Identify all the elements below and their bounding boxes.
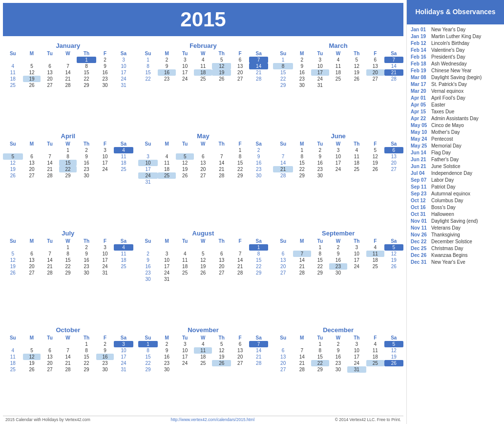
holiday-item: Apr 22Admin Assistants Day (411, 115, 500, 122)
calendar-day: 25 (176, 270, 194, 276)
calendar-day: 18 (158, 166, 176, 172)
calendar-day: 19 (23, 76, 41, 82)
calendar-day: 10 (176, 63, 194, 69)
calendar-day: 26 (23, 366, 41, 373)
calendar-day: 7 (249, 57, 268, 63)
holiday-item: Sep 07Labor Day (411, 177, 500, 184)
calendar-day: 30 (329, 270, 347, 276)
calendar-day: 22 (231, 166, 249, 172)
holiday-item: Apr 15Taxes Due (411, 108, 500, 115)
calendar-day: 8 (311, 347, 330, 354)
calendar-day: 16 (329, 257, 347, 263)
calendar-day: 21 (293, 263, 311, 270)
calendar-day: 1 (249, 244, 268, 251)
calendar-day: 11 (329, 63, 347, 69)
calendar-day: 17 (176, 69, 194, 76)
calendar-day: 7 (384, 57, 403, 63)
month-january: JanuarySuMTuWThFSa1234567891011121314151… (3, 42, 133, 129)
holiday-item: Dec 25Christmas Day (411, 245, 500, 252)
calendar-day: 28 (41, 172, 59, 179)
calendar-day: 15 (77, 354, 96, 360)
calendar-day: 30 (96, 82, 114, 88)
calendar-day: 5 (384, 244, 403, 251)
holiday-name: Kwanzaa Begins (431, 253, 468, 258)
calendar-day: 31 (114, 366, 133, 373)
holiday-name: June Solstice (431, 164, 460, 169)
calendar-day: 15 (293, 160, 311, 166)
calendar-day: 24 (329, 166, 347, 172)
holiday-date: Apr 22 (411, 116, 431, 121)
holiday-name: Vernal equinox (431, 88, 463, 94)
calendar-day (158, 244, 176, 251)
holiday-name: Memorial Day (431, 143, 462, 148)
calendar-day (176, 244, 194, 251)
holiday-item: Mar 20Vernal equinox (411, 88, 500, 95)
calendar-day: 11 (3, 354, 23, 360)
calendar-day: 6 (194, 153, 212, 160)
calendar-day: 24 (96, 263, 114, 270)
holiday-name: Lincoln's Birthday (431, 41, 469, 46)
calendar-day (23, 244, 41, 251)
holidays-section: Holidays & Observances Jan 01New Year's … (406, 0, 504, 424)
calendar-day: 9 (138, 257, 158, 263)
holiday-item: Jun 21Father's Day (411, 156, 500, 163)
calendar-day: 6 (366, 57, 384, 63)
calendar-day (41, 57, 59, 63)
holiday-date: Dec 22 (411, 239, 431, 244)
calendar-day (212, 147, 231, 153)
calendar-day: 11 (366, 347, 384, 354)
calendar-day: 13 (273, 354, 293, 360)
holiday-date: Jan 01 (411, 27, 431, 32)
calendar-day: 20 (231, 354, 249, 360)
calendar-day: 3 (114, 57, 133, 63)
holiday-item: Oct 31Halloween (411, 211, 500, 218)
calendar-day: 15 (249, 257, 268, 263)
calendar-day: 6 (212, 251, 231, 257)
calendar-day: 19 (194, 263, 212, 270)
calendar-day: 7 (249, 341, 268, 347)
month-april: AprilSuMTuWThFSa123456789101112131415161… (3, 132, 133, 226)
holiday-date: May 24 (411, 136, 431, 142)
calendar-day: 13 (41, 354, 59, 360)
calendar-day: 13 (23, 257, 41, 263)
calendar-day: 24 (347, 360, 366, 366)
calendar-day: 25 (194, 76, 212, 82)
calendar-day: 19 (3, 263, 23, 270)
calendar-day (194, 244, 212, 251)
month-june: JuneSuMTuWThFSa1234567891011121314151617… (273, 132, 403, 226)
calendar-day: 24 (114, 360, 133, 366)
calendar-day: 26 (3, 172, 23, 179)
calendar-day: 8 (138, 347, 158, 354)
month-title: February (138, 42, 269, 49)
calendar-day: 5 (3, 153, 23, 160)
holidays-list: Jan 01New Year's DayJan 19Martin Luther … (407, 24, 504, 268)
calendar-day: 30 (138, 276, 158, 282)
calendar-day: 5 (347, 57, 366, 63)
calendar-day: 2 (329, 341, 347, 347)
holiday-name: St. Patrick's Day (431, 82, 467, 87)
holiday-name: New Year's Day (431, 27, 465, 32)
calendar-day: 23 (329, 360, 347, 366)
calendar-day: 18 (194, 354, 212, 360)
calendar-day: 4 (114, 244, 133, 251)
calendar-day: 6 (41, 63, 59, 69)
calendar-day: 9 (96, 347, 114, 354)
calendar-day: 28 (249, 76, 268, 82)
calendar-day: 15 (59, 257, 77, 263)
calendar-day: 26 (384, 360, 403, 366)
calendar-day: 8 (77, 63, 96, 69)
calendar-day: 28 (59, 366, 77, 373)
holiday-item: Jan 01New Year's Day (411, 26, 500, 33)
holiday-name: Daylight Saving (begin) (431, 75, 482, 80)
calendar-day: 23 (138, 270, 158, 276)
calendar-day: 9 (329, 251, 347, 257)
calendar-day: 8 (59, 153, 77, 160)
holiday-date: May 25 (411, 143, 431, 148)
calendar-day: 28 (41, 270, 59, 276)
calendar-day: 7 (231, 251, 249, 257)
calendar-day: 17 (311, 69, 330, 76)
calendar-day: 25 (329, 76, 347, 82)
calendar-day: 21 (231, 263, 249, 270)
holiday-name: Mother's Day (431, 129, 460, 135)
calendar-day: 28 (293, 270, 311, 276)
